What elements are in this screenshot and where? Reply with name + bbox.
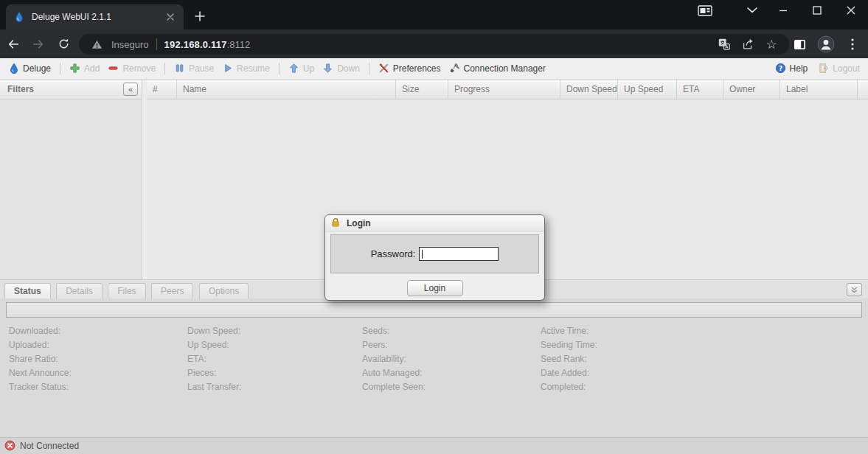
status-details-panel: Downloaded: Uploaded: Share Ratio: Next … [0, 298, 868, 437]
column-header-name[interactable]: Name [177, 80, 396, 99]
label-tracker-status: Tracker Status: [9, 380, 182, 394]
tab-options[interactable]: Options [199, 283, 249, 299]
browser-tab-strip: Deluge WebUI 2.1.1 [0, 0, 868, 29]
not-secure-warning-icon[interactable] [88, 35, 105, 53]
login-dialog-title: Login [347, 218, 371, 228]
resume-icon [222, 63, 234, 74]
deluge-logo: Deluge [6, 61, 53, 76]
back-button[interactable] [1, 32, 25, 56]
share-icon[interactable] [739, 35, 757, 53]
label-complete-seen: Complete Seen: [362, 380, 535, 394]
toolbar-separator [60, 63, 60, 74]
connection-manager-button[interactable]: Connection Manager [447, 61, 548, 76]
deluge-drop-icon [8, 63, 20, 74]
browser-tab[interactable]: Deluge WebUI 2.1.1 [6, 4, 184, 29]
side-panel-icon[interactable] [788, 33, 810, 55]
label-active-time: Active Time: [541, 324, 714, 338]
logout-door-icon [818, 63, 830, 74]
svg-text:?: ? [779, 65, 782, 72]
tab-files[interactable]: Files [108, 283, 145, 299]
column-header-label[interactable]: Label [780, 80, 858, 99]
filters-panel-header: Filters « [0, 80, 142, 99]
password-label: Password: [371, 248, 416, 259]
forward-button[interactable] [27, 32, 50, 56]
reload-button[interactable] [52, 32, 75, 56]
tab-status[interactable]: Status [4, 283, 51, 299]
add-torrent-button: Add [67, 61, 102, 76]
pause-button: Pause [172, 61, 216, 76]
plug-icon [449, 63, 461, 74]
logout-button: Logout [816, 61, 862, 76]
label-date-added: Date Added: [541, 366, 714, 380]
column-header-size[interactable]: Size [396, 80, 448, 99]
label-up-speed: Up Speed: [187, 338, 361, 352]
column-header-down-speed[interactable]: Down Speed [560, 80, 618, 99]
connection-status-text: Not Connected [20, 441, 79, 451]
remove-torrent-button: Remove [105, 61, 158, 76]
help-icon: ? [775, 63, 787, 74]
status-column-2: Down Speed: Up Speed: ETA: Pieces: Last … [187, 324, 361, 394]
label-availability: Availability: [362, 352, 535, 366]
deluge-toolbar: Deluge Add Remove Pause Resume [0, 58, 868, 80]
preferences-button[interactable]: Preferences [376, 61, 443, 76]
label-next-announce: Next Announce: [9, 366, 182, 380]
not-connected-icon [4, 440, 16, 452]
column-header-number[interactable]: # [147, 80, 177, 99]
preferences-tools-icon [378, 63, 390, 74]
column-header-owner[interactable]: Owner [723, 80, 780, 99]
queue-up-button: Up [286, 61, 316, 76]
pause-icon [174, 63, 186, 74]
deluge-favicon-icon [13, 11, 25, 23]
deluge-app-label: Deluge [23, 63, 51, 74]
filters-title: Filters [7, 84, 34, 94]
close-window-button[interactable] [834, 0, 868, 21]
column-header-progress[interactable]: Progress [448, 80, 560, 99]
tab-title: Deluge WebUI 2.1.1 [32, 12, 158, 22]
omnibox-separator [156, 38, 157, 50]
tab-close-icon[interactable] [164, 11, 176, 23]
torrent-table-header: # Name Size Progress Down Speed Up Speed… [147, 80, 868, 99]
login-submit-button[interactable]: Login [407, 280, 463, 296]
screen: Deluge WebUI 2.1.1 [0, 0, 868, 454]
login-dialog-header[interactable]: Login [325, 215, 544, 232]
browser-address-bar: Inseguro 192.168.0.117:8112 ☆ [0, 29, 868, 58]
login-dialog: Login Password: Login [324, 214, 545, 301]
add-icon [69, 63, 81, 74]
tab-peers[interactable]: Peers [151, 283, 193, 299]
browser-menu-icon[interactable] [841, 33, 864, 55]
translate-icon[interactable] [715, 35, 733, 53]
label-seeding-time: Seeding Time: [541, 338, 714, 352]
resume-button: Resume [220, 61, 272, 76]
status-column-4: Active Time: Seeding Time: Seed Rank: Da… [541, 324, 714, 394]
omnibox[interactable]: Inseguro 192.168.0.117:8112 ☆ [79, 34, 789, 55]
maximize-button[interactable] [800, 0, 834, 21]
padlock-icon [330, 217, 342, 229]
security-label[interactable]: Inseguro [111, 39, 149, 50]
profile-avatar[interactable] [815, 33, 837, 55]
column-header-eta[interactable]: ETA [677, 80, 723, 99]
help-button[interactable]: ? Help [773, 61, 810, 76]
tab-search-chevron-icon[interactable] [741, 1, 763, 19]
tab-details[interactable]: Details [56, 283, 103, 299]
details-collapse-button[interactable] [847, 283, 862, 296]
status-column-1: Downloaded: Uploaded: Share Ratio: Next … [9, 324, 182, 394]
label-share-ratio: Share Ratio: [9, 352, 182, 366]
label-uploaded: Uploaded: [9, 338, 182, 352]
label-seeds: Seeds: [362, 324, 535, 338]
arrow-down-icon [322, 63, 334, 74]
url-host: 192.168.0.117:8112 [164, 38, 251, 51]
column-header-up-speed[interactable]: Up Speed [618, 80, 677, 99]
bookmark-star-icon[interactable]: ☆ [763, 35, 780, 53]
label-eta: ETA: [187, 352, 361, 366]
label-seed-rank: Seed Rank: [541, 352, 714, 366]
new-tab-button[interactable] [192, 9, 207, 24]
label-auto-managed: Auto Managed: [362, 366, 535, 380]
tab-preview-icon[interactable] [694, 1, 716, 19]
queue-down-button: Down [320, 61, 362, 76]
toolbar-separator [369, 63, 369, 74]
toolbar-separator [279, 63, 280, 74]
minimize-button[interactable] [766, 0, 800, 21]
filters-collapse-button[interactable]: « [123, 83, 138, 96]
password-input[interactable] [419, 247, 499, 261]
column-header-spacer [858, 80, 868, 99]
